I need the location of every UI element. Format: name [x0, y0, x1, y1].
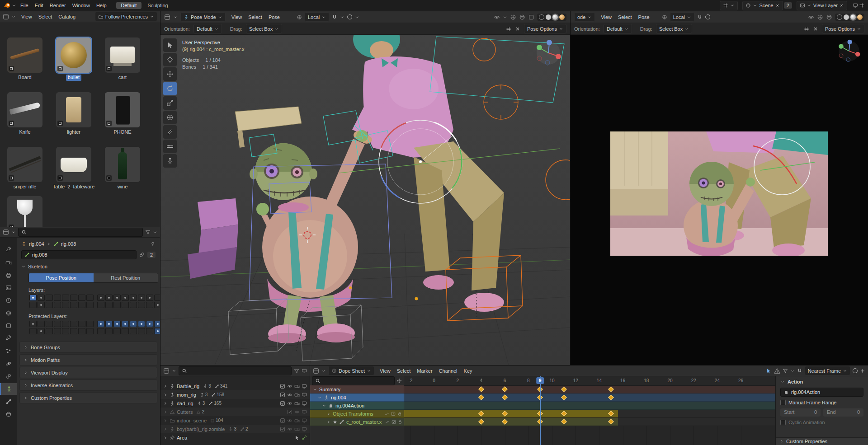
layer-toggle[interactable] [97, 295, 104, 301]
lock-icon[interactable] [397, 412, 402, 416]
layer-toggle[interactable] [78, 321, 85, 327]
pose-options-dropdown[interactable]: Pose Options [822, 24, 864, 33]
shading-rendered[interactable] [559, 14, 565, 20]
asset-item-sniper-rifle[interactable]: sniper rifle [0, 147, 49, 190]
layer-toggle[interactable] [113, 302, 121, 308]
chevron-down-icon[interactable] [340, 15, 344, 19]
action-datablock-field[interactable]: rig.004Action [780, 388, 863, 397]
snap-magnet-icon[interactable] [797, 368, 802, 374]
workspace-tab-default[interactable]: Default [116, 2, 142, 9]
cam-toggle-icon[interactable] [294, 384, 300, 389]
layer-toggle[interactable] [46, 321, 53, 327]
filter-icon[interactable] [294, 368, 299, 374]
shading-solid[interactable] [546, 14, 551, 20]
eye-toggle-icon[interactable] [287, 418, 292, 423]
snap-magnet-icon[interactable] [697, 14, 703, 20]
check-toggle-icon[interactable] [280, 392, 285, 398]
layer-toggle[interactable] [122, 302, 129, 308]
asset-item-wine[interactable]: wine [98, 147, 147, 190]
viewport-menu-pose[interactable]: Pose [265, 14, 283, 21]
disp-toggle-icon[interactable] [302, 384, 307, 389]
layer-toggle[interactable] [105, 302, 113, 308]
editor-type-icon[interactable] [163, 368, 170, 374]
layer-toggle[interactable] [54, 321, 61, 327]
chevron-down-icon[interactable] [11, 230, 16, 234]
layer-toggle[interactable] [70, 321, 77, 327]
tool-annotate[interactable] [163, 125, 177, 139]
action-panel-header[interactable]: Action [780, 379, 863, 384]
breadcrumb-data[interactable]: rig.008 [61, 241, 76, 247]
expand-icon[interactable] [396, 378, 402, 384]
outliner-row-mom-rig[interactable]: mom_rig3158 [160, 390, 310, 399]
asset-menu-catalog[interactable]: Catalog [55, 13, 79, 20]
layer-toggle[interactable] [130, 328, 137, 334]
editor-type-icon[interactable] [3, 229, 9, 235]
pose-options-dropdown[interactable]: Pose Options [524, 24, 566, 33]
gizmos-icon[interactable] [817, 14, 823, 20]
asset-item-phone[interactable]: PHONE [98, 92, 147, 136]
menu-render[interactable]: Render [47, 2, 69, 9]
eye-toggle-icon[interactable] [287, 384, 292, 389]
grid-icon[interactable] [859, 3, 864, 8]
tool-move[interactable] [163, 67, 177, 81]
lock-icon[interactable] [398, 420, 402, 424]
properties-search-input[interactable] [18, 228, 143, 237]
layer-toggle[interactable] [29, 321, 37, 327]
cam-toggle-icon[interactable] [294, 392, 300, 398]
tool-select-box[interactable] [163, 38, 177, 52]
drag-setting-dropdown[interactable]: Select Box [656, 24, 693, 33]
layer-toggle[interactable] [154, 328, 160, 334]
channel-track-object-transforms[interactable] [404, 410, 775, 418]
skeleton-panel-header[interactable]: Skeleton [21, 264, 156, 269]
plus-icon[interactable] [860, 368, 865, 374]
panel-motion-paths[interactable]: Motion Paths [19, 354, 157, 365]
dope-sheet-menu-channel[interactable]: Channel [436, 367, 461, 375]
channel-track-summary[interactable] [404, 385, 775, 393]
properties-tab-view-layer[interactable] [0, 282, 17, 294]
blender-logo-icon[interactable] [4, 2, 11, 9]
layer-toggle[interactable] [62, 295, 69, 301]
check-toggle-icon[interactable] [280, 401, 285, 406]
layer-toggle[interactable] [105, 295, 113, 301]
close-icon[interactable] [840, 3, 844, 8]
cursor-toggle-icon[interactable] [294, 435, 300, 440]
outliner-row-dad-rig[interactable]: dad_rig3165 [160, 399, 310, 408]
proportional-editing-icon[interactable] [705, 14, 710, 19]
close-icon[interactable] [515, 26, 520, 32]
proportional-editing-icon[interactable] [347, 14, 352, 19]
panel-custom-properties[interactable]: Custom Properties [19, 392, 157, 403]
nodes-toggle-icon[interactable] [302, 435, 307, 440]
manual-frame-range-checkbox[interactable] [780, 400, 786, 405]
properties-tab-world[interactable] [0, 307, 17, 319]
display-options-icon[interactable] [302, 368, 307, 374]
mode-dropdown[interactable]: ode [574, 12, 595, 22]
keyframe-f11[interactable] [561, 394, 567, 400]
show-errors-icon[interactable] [774, 368, 780, 374]
mode-dropdown[interactable]: Pose Mode [180, 12, 226, 22]
eye-toggle-icon[interactable] [294, 409, 300, 415]
shading-material[interactable] [850, 14, 856, 20]
layer-toggle[interactable] [146, 302, 153, 308]
chevron-down-icon[interactable] [503, 15, 507, 19]
layer-toggle[interactable] [146, 321, 153, 327]
outliner-row-indoor-scene[interactable]: indoor_scene104 [160, 416, 310, 425]
layer-toggle[interactable] [113, 321, 121, 327]
dope-sheet-menu-key[interactable]: Key [461, 367, 476, 375]
layer-toggle[interactable] [54, 302, 61, 308]
keyframe-f4[interactable] [478, 386, 484, 392]
close-icon[interactable] [813, 26, 818, 32]
layer-toggle[interactable] [70, 302, 77, 308]
check-icon[interactable] [391, 412, 396, 416]
overlays-icon[interactable] [519, 14, 525, 20]
dope-sheet-menu-view[interactable]: View [377, 367, 394, 375]
check-toggle-icon[interactable] [280, 418, 285, 423]
shading-solid[interactable] [844, 14, 849, 20]
layer-toggle[interactable] [29, 295, 37, 301]
properties-tab-tool[interactable] [0, 244, 17, 256]
pose-position-button[interactable]: Pose Position [29, 273, 94, 282]
layer-toggle[interactable] [46, 328, 53, 334]
properties-tab-output[interactable] [0, 269, 17, 281]
layer-toggle[interactable] [86, 321, 94, 327]
orientation-setting-dropdown[interactable]: Default [193, 24, 222, 33]
breadcrumb-object[interactable]: rig.004 [29, 241, 44, 247]
